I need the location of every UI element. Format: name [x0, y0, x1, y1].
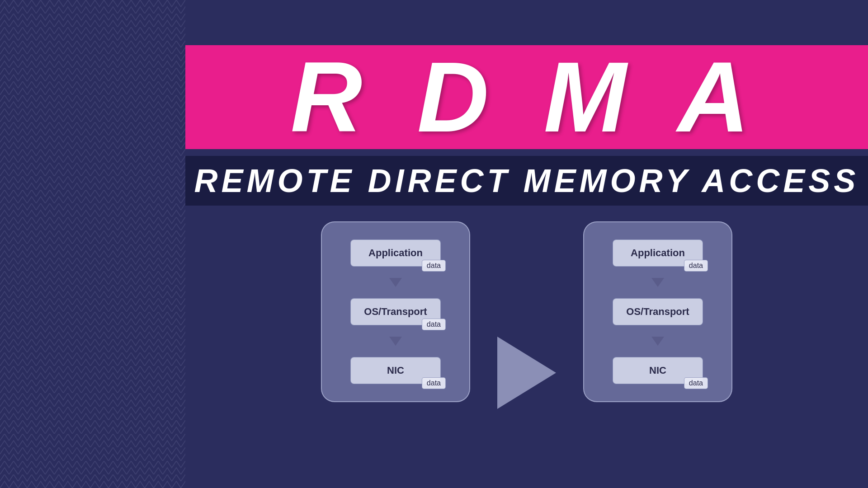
- network-arrow: [497, 337, 556, 409]
- right-arrow-1: [651, 278, 664, 287]
- right-system-box: Application data OS/Transport NIC data: [583, 221, 732, 402]
- left-nic-data-badge: data: [422, 377, 446, 389]
- rdma-banner: R D M A: [185, 45, 868, 149]
- subtitle-text: REMOTE DIRECT MEMORY ACCESS: [194, 162, 859, 199]
- left-system-box: Application data OS/Transport data NIC d…: [321, 221, 470, 402]
- diagram-area: Application data OS/Transport data NIC d…: [185, 212, 868, 488]
- left-application-data-badge: data: [422, 260, 446, 272]
- right-arrow-2: [651, 337, 664, 346]
- right-panel: R D M A REMOTE DIRECT MEMORY ACCESS Appl…: [185, 0, 868, 488]
- left-application-label: Application: [368, 247, 423, 259]
- right-nic-layer: NIC data: [613, 357, 703, 384]
- right-application-data-badge: data: [684, 260, 708, 272]
- right-application-layer: Application data: [613, 239, 703, 267]
- svg-rect-0: [0, 0, 185, 488]
- left-nic-layer: NIC data: [350, 357, 441, 384]
- left-arrow-2: [389, 337, 402, 346]
- left-arrow-1: [389, 278, 402, 287]
- right-nic-label: NIC: [649, 365, 666, 376]
- rdma-title: R D M A: [290, 47, 763, 147]
- right-nic-data-badge: data: [684, 377, 708, 389]
- left-panel: [0, 0, 185, 488]
- left-os-transport-label: OS/Transport: [364, 306, 427, 318]
- subtitle-banner: REMOTE DIRECT MEMORY ACCESS: [185, 156, 868, 206]
- left-os-transport-layer: OS/Transport data: [350, 298, 441, 325]
- left-os-transport-data-badge: data: [422, 319, 446, 330]
- left-nic-label: NIC: [387, 365, 404, 376]
- right-os-transport-layer: OS/Transport: [613, 298, 703, 325]
- left-application-layer: Application data: [350, 239, 441, 267]
- right-os-transport-label: OS/Transport: [626, 306, 689, 318]
- right-application-label: Application: [631, 247, 685, 259]
